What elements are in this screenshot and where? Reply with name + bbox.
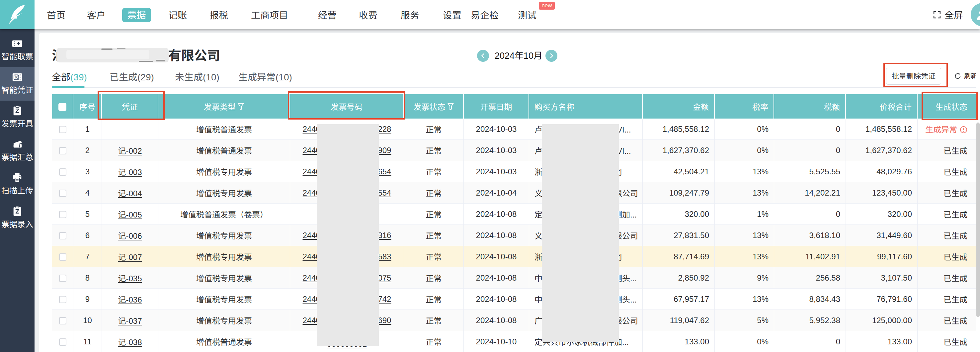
svg-text:凭: 凭 [14,74,18,80]
